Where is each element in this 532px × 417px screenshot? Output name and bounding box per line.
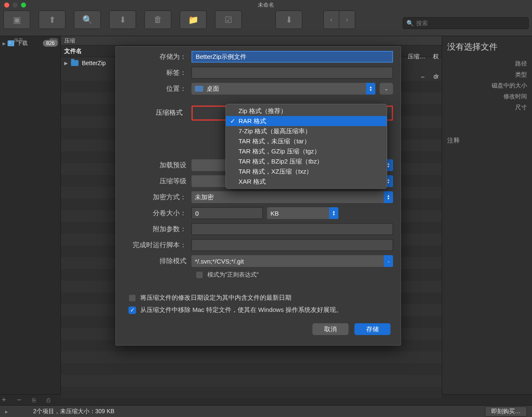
format-label: 压缩格式: [152, 108, 186, 117]
column-peek: 压缩… 权 – dr: [405, 50, 439, 82]
format-dropdown: Zip 格式（推荐） RAR 格式 7-Zip 格式（最高压缩率） TAR 格式…: [225, 104, 387, 189]
add-button[interactable]: ⬆: [39, 11, 66, 29]
view-icon: 🔍: [82, 15, 93, 25]
disclosure-icon[interactable]: ▶: [3, 41, 6, 46]
buy-now-button[interactable]: 即刻购买…: [485, 406, 527, 417]
volume-unit-select[interactable]: KB▲▼: [267, 207, 338, 219]
saveas-label: 存储为：: [123, 53, 186, 61]
window-controls: [4, 3, 26, 8]
location-value: 桌面: [207, 85, 219, 93]
titlebar: 未命名: [0, 0, 532, 10]
saveas-input[interactable]: [191, 51, 393, 63]
zoom-window-button[interactable]: [21, 3, 26, 8]
folder-icon: [8, 40, 14, 46]
search-box[interactable]: 🔍: [403, 17, 529, 29]
info-mtime-label: 修改时间: [447, 93, 527, 100]
encrypt-label: 加密方式：: [123, 193, 186, 202]
folder-plus-icon: 📁: [188, 15, 199, 25]
minimize-window-button[interactable]: [13, 3, 18, 8]
breadcrumb[interactable]: 压缩: [61, 36, 442, 45]
stripmac-checkbox[interactable]: ✓: [128, 306, 136, 314]
check-icon: ☑: [225, 15, 232, 25]
extract-button[interactable]: ⬇: [109, 11, 136, 29]
run-mode-button[interactable]: ⬇: [275, 11, 302, 29]
window-title: 未命名: [258, 1, 274, 9]
format-option-7zip[interactable]: 7-Zip 格式（最高压缩率）: [226, 126, 387, 136]
notes-label: 注释: [447, 137, 527, 145]
stripmac-option-label: 从压缩文件中移除 Mac 特定文件，使其在 Windows 操作系统友好展现。: [140, 306, 342, 314]
remove-icon[interactable]: −: [17, 396, 22, 404]
close-window-button[interactable]: [4, 3, 9, 8]
add-icon[interactable]: +: [2, 396, 6, 404]
info-path-label: 路径: [447, 60, 527, 68]
level-label: 压缩等级: [123, 177, 186, 186]
col-compress[interactable]: 压缩…: [408, 50, 425, 62]
regex-label: 模式为"正则表达式": [207, 271, 259, 279]
action1-icon[interactable]: ⎘: [32, 397, 36, 404]
format-option-xar[interactable]: XAR 格式: [226, 177, 387, 187]
volume-input[interactable]: [191, 207, 263, 219]
script-input[interactable]: [191, 239, 393, 251]
cancel-button[interactable]: 取消: [312, 323, 349, 335]
panel-title: 没有选择文件: [447, 41, 527, 53]
sidebar: ▶ 下载 826: [0, 36, 61, 394]
volume-label: 分卷大小：: [123, 209, 186, 218]
encrypt-select[interactable]: 未加密▲▼: [191, 191, 393, 203]
expand-icon[interactable]: ▸: [5, 408, 8, 415]
format-option-zip[interactable]: Zip 格式（推荐）: [226, 106, 387, 116]
expand-location-button[interactable]: ⌄: [380, 83, 393, 95]
volume-unit-value: KB: [270, 210, 279, 217]
location-select[interactable]: 桌面 ▲▼: [191, 83, 375, 95]
save-sheet: 存储为： 标签： 位置： 桌面 ▲▼ ⌄ 压缩格式 加载预设 ▲▼ 压缩等级 ▲…: [115, 46, 401, 346]
format-option-tar[interactable]: TAR 格式，未压缩（tar）: [226, 136, 387, 146]
col-perm[interactable]: 权: [433, 50, 439, 62]
action2-icon[interactable]: ⎙: [47, 397, 50, 404]
info-panel: 没有选择文件 路径 类型 磁盘中的大小 修改时间 尺寸 注释: [442, 36, 532, 394]
desktop-icon: [195, 86, 203, 92]
cell-size: –: [421, 71, 425, 82]
delete-button[interactable]: 🗑: [144, 11, 171, 29]
location-label: 位置：: [123, 84, 186, 93]
new-folder-button[interactable]: 📁: [180, 11, 207, 29]
status-bar: ▸ 2个项目，未压缩大小：309 KB 即刻购买…: [0, 405, 532, 417]
toolbar: ▣保存 ⬆增加 🔍查看 ⬇解压 🗑删除 📁新文件夹 ☑测试 ⬇立即执行模式 ‹ …: [0, 10, 532, 36]
tags-input[interactable]: [191, 67, 393, 79]
file-name: BetterZip: [82, 60, 106, 66]
preset-label: 加载预设: [123, 161, 186, 170]
view-button[interactable]: 🔍: [74, 11, 101, 29]
encrypt-value: 未加密: [195, 193, 214, 201]
search-input[interactable]: [416, 20, 525, 26]
disclosure-icon[interactable]: ▶: [64, 61, 68, 66]
save-icon: ▣: [13, 15, 21, 25]
script-label: 完成时运行脚本：: [123, 241, 186, 250]
run-icon: ⬇: [286, 15, 293, 25]
nav-back-button[interactable]: ‹: [323, 11, 339, 29]
mtime-checkbox[interactable]: [128, 294, 136, 302]
format-option-txz[interactable]: TAR 格式，XZ压缩（txz）: [226, 166, 387, 177]
nav-forward-button[interactable]: ›: [339, 11, 355, 29]
nav-buttons: ‹ ›: [323, 11, 355, 29]
trash-icon: 🗑: [154, 15, 162, 24]
exclude-select[interactable]: */.svn;*/CVS;*/.git⌄: [191, 255, 393, 267]
exclude-label: 排除模式: [123, 257, 186, 266]
status-text: 2个项目，未压缩大小：309 KB: [33, 408, 115, 415]
search-icon: 🔍: [406, 20, 414, 26]
confirm-save-button[interactable]: 存储: [354, 323, 390, 335]
format-option-tgz[interactable]: TAR 格式，GZip 压缩（tgz）: [226, 146, 387, 156]
format-option-tbz[interactable]: TAR 格式，BZip2 压缩（tbz）: [226, 156, 387, 166]
cell-perm: dr: [434, 71, 439, 82]
add-icon: ⬆: [49, 15, 56, 25]
params-label: 附加参数：: [123, 225, 186, 234]
test-button[interactable]: ☑: [215, 11, 242, 29]
info-dim-label: 尺寸: [447, 104, 527, 111]
mtime-option-label: 将压缩文件的修改日期设定为其中内含文件的最新日期: [140, 294, 291, 302]
exclude-value: */.svn;*/CVS;*/.git: [195, 258, 244, 265]
info-disksize-label: 磁盘中的大小: [447, 82, 527, 90]
format-option-rar[interactable]: RAR 格式: [226, 116, 387, 126]
params-input[interactable]: [191, 223, 393, 235]
save-button[interactable]: ▣: [3, 11, 30, 29]
tags-label: 标签：: [123, 69, 186, 77]
extract-icon: ⬇: [119, 15, 126, 25]
regex-checkbox[interactable]: [196, 271, 203, 279]
folder-icon: [71, 60, 79, 66]
